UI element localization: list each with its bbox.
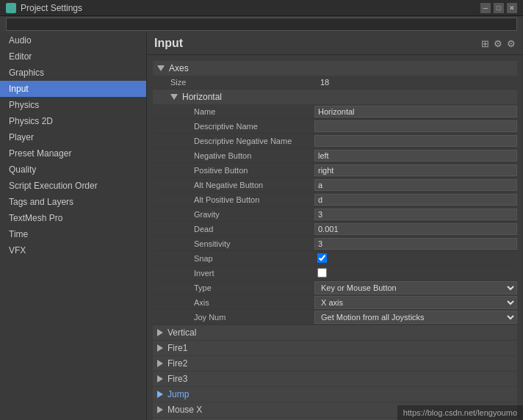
prop-label-negative-button: Negative Button bbox=[153, 150, 314, 162]
prop-checkbox-invert[interactable] bbox=[317, 268, 327, 278]
prop-input-descriptive-name[interactable] bbox=[314, 120, 517, 132]
fire2-triangle-icon bbox=[157, 360, 163, 367]
minimize-button[interactable]: ─ bbox=[480, 3, 491, 13]
sidebar-item-physics2d[interactable]: Physics 2D bbox=[0, 113, 146, 129]
sidebar-item-player[interactable]: Player bbox=[0, 129, 146, 145]
sidebar-item-time[interactable]: Time bbox=[0, 226, 146, 242]
sidebar-item-textmeshpro[interactable]: TextMesh Pro bbox=[0, 210, 146, 226]
axes-label: Axes bbox=[169, 63, 189, 73]
fire3-triangle-icon bbox=[157, 375, 163, 383]
sidebar-item-physics[interactable]: Physics bbox=[0, 97, 146, 113]
prop-label-positive-button: Positive Button bbox=[153, 164, 314, 176]
input-panel: Axes Size 18 Horizontal Name Descriptive… bbox=[147, 55, 523, 420]
prop-input-sensitivity[interactable] bbox=[314, 238, 517, 250]
gear2-icon-button[interactable]: ⚙ bbox=[494, 38, 502, 49]
prop-input-dead[interactable] bbox=[314, 223, 517, 235]
prop-row-sensitivity: Sensitivity bbox=[153, 236, 517, 251]
content-header: Input ⊞ ⚙ ⚙ bbox=[147, 32, 523, 55]
prop-row-descriptive-negative-name: Descriptive Negative Name bbox=[153, 134, 517, 148]
prop-select-joynum[interactable]: Get Motion from all Joysticks Joystick 1… bbox=[314, 311, 517, 324]
maximize-button[interactable]: □ bbox=[494, 3, 504, 13]
axes-section-header[interactable]: Axes bbox=[153, 61, 517, 76]
axes-triangle-icon bbox=[157, 65, 165, 71]
sidebar-item-audio[interactable]: Audio bbox=[0, 32, 146, 48]
prop-select-type[interactable]: Key or Mouse Button Mouse Movement Joyst… bbox=[314, 281, 517, 294]
fire1-triangle-icon bbox=[157, 344, 163, 352]
sidebar-item-editor[interactable]: Editor bbox=[0, 48, 146, 65]
vertical-triangle-icon bbox=[157, 329, 163, 336]
prop-row-joynum: Joy Num Get Motion from all Joysticks Jo… bbox=[153, 310, 517, 325]
title-bar-controls: ─ □ ✕ bbox=[480, 3, 517, 13]
horizontal-triangle-icon bbox=[170, 94, 178, 100]
layout-icon-button[interactable]: ⊞ bbox=[481, 38, 489, 49]
prop-input-positive-button[interactable] bbox=[314, 164, 517, 176]
size-value: 18 bbox=[320, 78, 329, 87]
prop-row-negative-button: Negative Button bbox=[153, 148, 517, 163]
sidebar-item-graphics[interactable]: Graphics bbox=[0, 65, 146, 81]
prop-label-gravity: Gravity bbox=[153, 209, 314, 220]
sidebar-item-quality[interactable]: Quality bbox=[0, 162, 146, 178]
prop-row-gravity: Gravity bbox=[153, 207, 517, 222]
watermark: https://blog.csdn.net/lengyoumo bbox=[397, 405, 523, 420]
content-area: Input ⊞ ⚙ ⚙ Axes Size 18 Horizontal bbox=[147, 32, 523, 420]
collapsed-label-jump: Jump bbox=[167, 389, 189, 399]
prop-input-alt-negative-button[interactable] bbox=[314, 179, 517, 191]
size-row: Size 18 bbox=[153, 76, 517, 90]
prop-label-snap: Snap bbox=[153, 253, 314, 264]
prop-row-snap: Snap bbox=[153, 251, 517, 266]
prop-row-alt-negative-button: Alt Negative Button bbox=[153, 178, 517, 192]
prop-label-descriptive-negative-name: Descriptive Negative Name bbox=[153, 135, 314, 147]
collapsed-label-fire1: Fire1 bbox=[167, 343, 187, 353]
prop-label-alt-negative-button: Alt Negative Button bbox=[153, 179, 314, 191]
prop-input-name[interactable] bbox=[314, 106, 517, 117]
title-bar-text: Project Settings bbox=[21, 3, 480, 13]
prop-select-axis[interactable]: X axis Y axis Z axis bbox=[314, 296, 517, 309]
main-layout: Audio Editor Graphics Input Physics Phys… bbox=[0, 32, 523, 420]
collapsed-item-vertical[interactable]: Vertical bbox=[153, 325, 517, 340]
prop-label-name: Name bbox=[153, 106, 314, 117]
prop-row-alt-positive-button: Alt Positive Button bbox=[153, 192, 517, 207]
collapsed-item-fire3[interactable]: Fire3 bbox=[153, 372, 517, 386]
prop-row-positive-button: Positive Button bbox=[153, 163, 517, 178]
prop-row-dead: Dead bbox=[153, 222, 517, 236]
mousex-triangle-icon bbox=[157, 406, 163, 413]
prop-row-axis: Axis X axis Y axis Z axis bbox=[153, 295, 517, 310]
search-bar bbox=[0, 16, 523, 32]
close-button[interactable]: ✕ bbox=[507, 3, 517, 13]
collapsed-item-fire2[interactable]: Fire2 bbox=[153, 356, 517, 371]
collapsed-label-mousex: Mouse X bbox=[167, 405, 202, 415]
prop-input-gravity[interactable] bbox=[314, 209, 517, 220]
page-title: Input bbox=[154, 37, 183, 50]
prop-input-alt-positive-button[interactable] bbox=[314, 194, 517, 206]
prop-label-descriptive-name: Descriptive Name bbox=[153, 120, 314, 132]
sidebar-item-vfx[interactable]: VFX bbox=[0, 242, 146, 258]
prop-checkbox-snap[interactable] bbox=[317, 253, 327, 263]
collapsed-label-fire2: Fire2 bbox=[167, 358, 187, 369]
sidebar-item-tagsandlayers[interactable]: Tags and Layers bbox=[0, 194, 146, 210]
prop-row-type: Type Key or Mouse Button Mouse Movement … bbox=[153, 280, 517, 295]
app-icon bbox=[6, 3, 16, 13]
size-label: Size bbox=[159, 78, 320, 87]
sidebar-item-presetmanager[interactable]: Preset Manager bbox=[0, 145, 146, 162]
header-icons: ⊞ ⚙ ⚙ bbox=[481, 38, 516, 49]
prop-row-invert: Invert bbox=[153, 266, 517, 280]
collapsed-item-jump[interactable]: Jump bbox=[153, 387, 517, 402]
prop-label-sensitivity: Sensitivity bbox=[153, 238, 314, 250]
prop-label-type: Type bbox=[153, 282, 314, 294]
prop-row-name: Name bbox=[153, 104, 517, 119]
gear3-icon-button[interactable]: ⚙ bbox=[507, 38, 516, 49]
sidebar-item-input[interactable]: Input bbox=[0, 81, 146, 97]
prop-input-negative-button[interactable] bbox=[314, 150, 517, 162]
horizontal-section-header[interactable]: Horizontal bbox=[153, 90, 517, 104]
prop-input-descriptive-negative-name[interactable] bbox=[314, 135, 517, 147]
horizontal-label: Horizontal bbox=[182, 92, 222, 102]
prop-row-descriptive-name: Descriptive Name bbox=[153, 119, 517, 134]
sidebar-item-scriptexecution[interactable]: Script Execution Order bbox=[0, 178, 146, 194]
prop-label-dead: Dead bbox=[153, 223, 314, 235]
collapsed-label-fire3: Fire3 bbox=[167, 374, 187, 384]
prop-label-alt-positive-button: Alt Positive Button bbox=[153, 194, 314, 206]
prop-label-joynum: Joy Num bbox=[153, 311, 314, 323]
prop-label-axis: Axis bbox=[153, 297, 314, 308]
collapsed-item-fire1[interactable]: Fire1 bbox=[153, 341, 517, 355]
search-input[interactable] bbox=[6, 18, 517, 31]
